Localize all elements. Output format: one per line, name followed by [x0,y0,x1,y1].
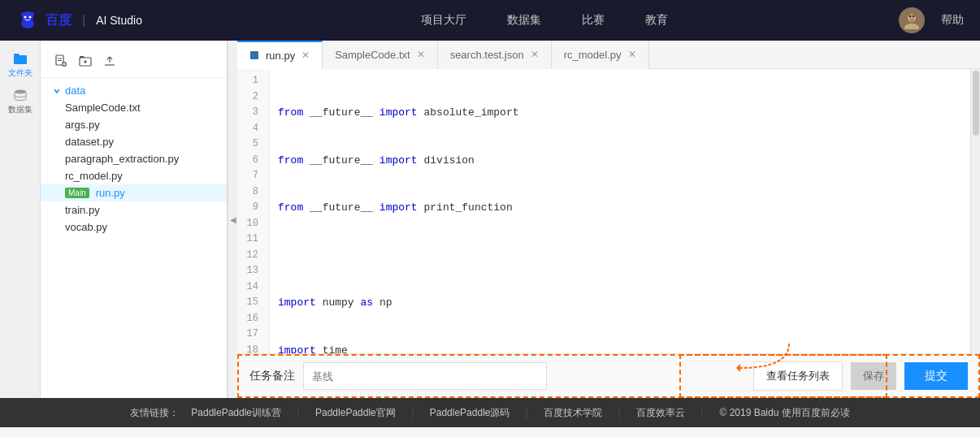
header-right: 帮助 [899,7,964,33]
footer-link-2[interactable]: PaddlePaddle官网 [315,406,396,420]
task-note-label: 任务备注 [249,369,295,383]
footer-link-1[interactable]: PaddlePaddle训练营 [191,406,281,420]
sidebar-icons: 文件夹 数据集 [0,41,41,398]
code-line-1: from __future__ import absolute_import [278,105,962,121]
logo-area: 百度 | AI Studio [16,9,142,32]
tab-runpy-label: run.py [266,50,295,62]
new-folder-icon[interactable] [77,53,93,69]
nav-item-projects[interactable]: 项目大厅 [421,13,466,28]
save-button[interactable]: 保存 [851,362,896,390]
svg-marker-24 [736,364,740,372]
tab-samplecode[interactable]: SampleCode.txt ✕ [323,41,438,69]
help-link[interactable]: 帮助 [941,13,964,28]
tab-samplecode-label: SampleCode.txt [335,49,410,61]
logo-baidu-text: 百度 [46,12,72,29]
code-line-3: from __future__ import print_function [278,200,962,216]
line-numbers: 12345 678910 1112131415 1617181920 21222… [237,69,270,353]
svg-rect-10 [14,55,27,64]
tree-file-rcmodel-label: rc_model.py [65,170,123,182]
footer-link-5[interactable]: 百度效率云 [636,406,685,420]
tab-rcmodel-label: rc_model.py [564,49,622,61]
tree-file-vocab-label: vocab.py [65,221,107,233]
svg-point-7 [904,24,919,29]
editor-area: run.py ✕ SampleCode.txt ✕ search.test.js… [237,41,980,398]
tree-file-samplecode-label: SampleCode.txt [65,102,141,114]
scrollbar-thumb [973,71,979,136]
collapse-chevron-icon: ◀ [230,215,236,224]
editor-tabs: run.py ✕ SampleCode.txt ✕ search.test.js… [237,41,980,69]
editor-scrollbar[interactable] [970,69,980,353]
svg-point-8 [909,15,912,18]
tab-rcmodel[interactable]: rc_model.py ✕ [552,41,649,69]
tree-file-args-label: args.py [65,119,100,131]
bottom-toolbar: 任务备注 查看任务列表 保存 提交 [237,353,980,398]
submit-button[interactable]: 提交 [904,362,968,390]
avatar[interactable] [899,7,925,33]
nav-item-datasets[interactable]: 数据集 [507,13,541,28]
tree-file-runpy[interactable]: Main run.py [41,184,227,201]
header-nav: 项目大厅 数据集 比赛 教育 [191,13,899,28]
baseline-input[interactable] [303,362,547,390]
tree-file-samplecode[interactable]: SampleCode.txt [41,99,227,116]
tab-searchtest-label: search.test.json [450,49,524,61]
footer-link-3[interactable]: PaddlePaddle源码 [430,406,510,420]
tab-runpy-close[interactable]: ✕ [301,50,310,61]
nav-item-education[interactable]: 教育 [645,13,668,28]
svg-point-4 [24,16,27,19]
logo-app-name: AI Studio [96,14,142,27]
code-editor[interactable]: 12345 678910 1112131415 1617181920 21222… [237,69,980,353]
tab-samplecode-close[interactable]: ✕ [417,49,425,60]
tree-file-vocab[interactable]: vocab.py [41,218,227,236]
svg-point-5 [29,16,32,19]
footer: 友情链接： PaddlePaddle训练营 ｜ PaddlePaddle官网 ｜… [0,398,980,427]
sidebar-item-dataset[interactable]: 数据集 [4,85,37,118]
tree-file-dataset[interactable]: dataset.py [41,133,227,150]
tree-file-runpy-label: run.py [96,187,125,199]
nav-item-competition[interactable]: 比赛 [582,13,605,28]
tree-file-args[interactable]: args.py [41,116,227,133]
main-container: 文件夹 数据集 [0,41,980,398]
svg-rect-23 [250,51,258,59]
tab-searchtest[interactable]: search.test.json ✕ [438,41,552,69]
sidebar-dataset-label: 数据集 [8,104,33,115]
code-line-4 [278,248,962,264]
tree-file-paragraph[interactable]: paragraph_extraction.py [41,150,227,167]
new-file-icon[interactable] [53,53,69,69]
upload-icon[interactable] [102,53,118,69]
logo-separator: | [82,13,85,28]
chevron-down-icon [53,87,61,95]
tree-folder-data[interactable]: data [41,82,227,99]
python-file-icon [249,50,259,60]
tree-folder-name: data [65,84,85,97]
collapse-handle[interactable]: ◀ [228,41,237,398]
footer-prefix: 友情链接： [130,406,179,420]
main-badge: Main [65,188,89,198]
code-content[interactable]: from __future__ import absolute_import f… [270,69,970,353]
svg-point-9 [913,15,915,18]
file-tree-toolbar [41,49,227,78]
footer-copyright: © 2019 Baidu 使用百度前必读 [719,406,849,420]
tab-runpy[interactable]: run.py ✕ [237,41,323,69]
tab-searchtest-close[interactable]: ✕ [531,49,539,60]
tab-rcmodel-close[interactable]: ✕ [628,49,636,60]
baidu-bear-icon [16,9,39,32]
tree-file-paragraph-label: paragraph_extraction.py [65,153,179,165]
header: 百度 | AI Studio 项目大厅 数据集 比赛 教育 帮助 [0,0,980,41]
footer-link-4[interactable]: 百度技术学院 [544,406,602,420]
sidebar-item-files[interactable]: 文件夹 [4,49,37,81]
folder-icon [13,51,28,66]
tree-file-train[interactable]: train.py [41,201,227,218]
sidebar-files-label: 文件夹 [8,67,33,79]
svg-point-11 [15,90,26,94]
file-tree: data SampleCode.txt args.py dataset.py p… [41,41,228,398]
database-icon [13,88,28,102]
tree-file-dataset-label: dataset.py [65,136,114,148]
code-line-2: from __future__ import division [278,153,962,169]
tree-file-train-label: train.py [65,204,100,216]
view-tasks-button[interactable]: 查看任务列表 [753,361,843,391]
code-line-6: import time [278,343,962,354]
code-line-5: import numpy as np [278,295,962,311]
tree-file-rcmodel[interactable]: rc_model.py [41,167,227,184]
